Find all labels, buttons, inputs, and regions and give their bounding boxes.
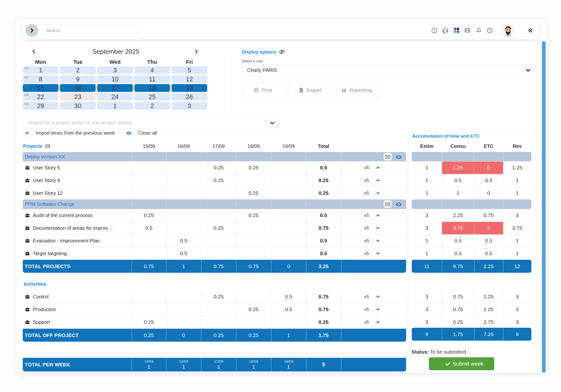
svg-text:x: x [300, 89, 302, 92]
svg-text:?: ? [433, 29, 435, 32]
